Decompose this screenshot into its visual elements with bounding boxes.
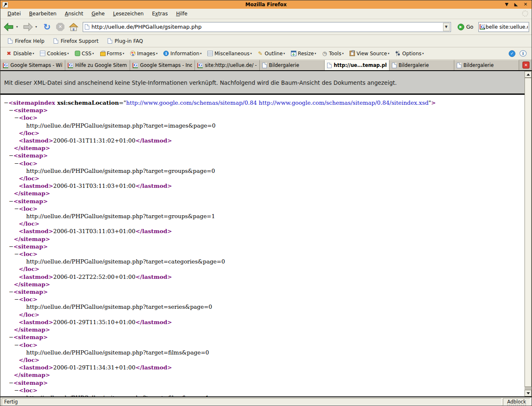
info-bubble-icon[interactable] <box>520 50 527 57</box>
webdev-tools-menu[interactable]: Tools▾ <box>320 49 346 58</box>
navigation-toolbar: ▾ ▾ ↻ ✕ ▼ ▶ Go ▾ <box>0 19 532 35</box>
images-icon <box>130 51 135 56</box>
tab-5[interactable]: Bildergalerie <box>260 60 325 70</box>
webdev-resize-menu[interactable]: Resize▾ <box>288 49 319 58</box>
collapse-toggle[interactable]: − <box>9 334 13 340</box>
stop-button[interactable]: ✕ <box>54 21 66 33</box>
xml-line: http://uellue.de/PHPGallue/gsitemap.php?… <box>0 303 525 310</box>
xml-tag: <loc> <box>19 251 37 257</box>
maximize-button[interactable]: ◣ <box>514 1 517 8</box>
bookmark-firefox-help[interactable]: Firefox Help <box>5 37 48 45</box>
collapse-toggle[interactable]: − <box>14 205 19 212</box>
webdev-information-menu[interactable]: Information▾ <box>161 49 204 58</box>
collapse-toggle[interactable]: − <box>9 243 13 250</box>
menu-lesezeichen[interactable]: Lesezeichen <box>109 10 148 18</box>
shade-button[interactable]: ▼ <box>505 1 508 8</box>
bookmark-firefox-support[interactable]: Firefox Support <box>50 37 102 45</box>
tab-6[interactable]: http://ue...temap.php <box>325 60 389 70</box>
menu-hilfe[interactable]: Hilfe <box>172 10 191 18</box>
go-button[interactable]: ▶ Go <box>454 24 477 30</box>
xml-tag: </sitemap> <box>14 190 50 197</box>
tab-3[interactable]: Google Sitemaps - Inde... <box>130 60 195 70</box>
collapse-toggle[interactable]: − <box>9 107 13 113</box>
collapse-toggle[interactable]: − <box>9 379 13 386</box>
tab-7[interactable]: Bildergalerie <box>389 60 454 70</box>
webdev-miscellaneous-menu[interactable]: Miscellaneous▾ <box>205 49 254 58</box>
collapse-toggle[interactable]: − <box>14 342 19 348</box>
close-button[interactable]: ✕ <box>524 1 527 8</box>
xml-loc-value: http://uellue.de/PHPGallue/gsitemap.php?… <box>26 349 209 356</box>
collapse-toggle[interactable]: − <box>14 160 19 167</box>
back-button[interactable] <box>3 21 15 33</box>
chevron-down-icon: ▾ <box>422 52 424 55</box>
xml-line: <lastmod>2006-01-22T22:52:00+01:00</last… <box>0 273 525 281</box>
webdev-options-menu[interactable]: Options▾ <box>393 49 426 58</box>
bookmark-plug-in-faq[interactable]: Plug-in FAQ <box>104 37 146 45</box>
collapse-toggle[interactable]: − <box>4 99 8 106</box>
webdev-label: Outline <box>265 51 283 57</box>
collapse-toggle[interactable]: − <box>14 296 19 303</box>
cookies-icon <box>40 51 45 56</box>
scrollbar-thumb[interactable] <box>525 78 532 387</box>
search-engine-dropdown[interactable]: ▾ <box>484 27 485 30</box>
url-bar[interactable]: ▼ <box>83 22 451 32</box>
webdev-disable-menu[interactable]: Disable▾ <box>4 49 37 58</box>
chevron-down-icon: ▾ <box>250 52 252 55</box>
webdev-view-source-menu[interactable]: View Source▾ <box>347 49 392 58</box>
tab-8[interactable]: Bildergalerie <box>454 60 519 70</box>
search-input[interactable] <box>486 24 528 30</box>
forward-icon <box>23 22 33 32</box>
webdev-images-menu[interactable]: Images▾ <box>128 49 160 58</box>
home-button[interactable] <box>68 21 79 33</box>
menu-bearbeiten[interactable]: Bearbeiten <box>25 10 60 18</box>
xml-tag: <loc> <box>19 114 37 121</box>
adblock-button[interactable]: Adblock <box>503 398 530 406</box>
xml-line: −<sitemap> <box>0 333 525 341</box>
scroll-up-button[interactable] <box>525 71 532 78</box>
webdev-label: Forms <box>107 51 122 57</box>
page-favicon <box>457 63 461 68</box>
vertical-scrollbar[interactable] <box>525 71 532 396</box>
xml-tag: <lastmod> <box>19 364 53 371</box>
validation-check-icon[interactable] <box>509 50 515 57</box>
xml-line: <lastmod>2006-01-29T11:35:10+01:00</last… <box>0 318 525 326</box>
tools-icon <box>322 51 328 56</box>
collapse-toggle[interactable]: − <box>14 387 19 394</box>
menu-gehe[interactable]: Gehe <box>88 10 108 18</box>
menu-datei[interactable]: Datei <box>4 10 25 18</box>
collapse-toggle[interactable]: − <box>14 251 19 257</box>
webdev-cookies-menu[interactable]: Cookies▾ <box>37 49 71 58</box>
xml-line: </loc> <box>0 175 525 182</box>
webdev-label: Tools <box>329 51 342 57</box>
menu-extras[interactable]: Extras <box>148 10 172 18</box>
forward-history-dropdown[interactable]: ▾ <box>35 25 39 29</box>
webdev-css-menu[interactable]: CSS▾ <box>72 49 96 58</box>
collapse-toggle[interactable]: − <box>9 288 13 295</box>
back-history-dropdown[interactable]: ▾ <box>16 25 20 29</box>
xml-tag: </sitemap> <box>14 145 50 151</box>
collapse-toggle[interactable]: − <box>9 198 13 204</box>
xml-text: =" <box>119 99 126 106</box>
search-bar[interactable]: ▾ <box>478 22 529 32</box>
reload-button[interactable]: ↻ <box>41 21 53 33</box>
xml-tag: <sitemap> <box>13 152 48 159</box>
tab-close-button[interactable]: ✕ <box>522 62 530 69</box>
xml-loc-value: http://uellue.de/PHPGallue/gsitemap.php?… <box>26 258 225 265</box>
title-bar: Mozilla Firefox ▼ ◣ ✕ <box>0 0 532 9</box>
url-dropdown-button[interactable]: ▼ <box>443 23 450 31</box>
xml-lastmod-value: 2006-01-31T03:11:03+01:00 <box>53 228 135 234</box>
menu-ansicht[interactable]: Ansicht <box>61 10 87 18</box>
scroll-down-button[interactable] <box>525 390 532 396</box>
webdev-forms-menu[interactable]: Forms▾ <box>97 49 127 58</box>
url-input[interactable] <box>89 24 443 30</box>
xml-tag: </loc> <box>19 130 39 136</box>
forward-button[interactable] <box>22 21 34 33</box>
collapse-toggle[interactable]: − <box>14 114 19 121</box>
collapse-toggle[interactable]: − <box>9 152 13 159</box>
tab-4[interactable]: site:http://uellue.de/ - Go... <box>195 60 260 70</box>
webdev-outline-menu[interactable]: Outline▾ <box>255 49 288 58</box>
xml-tag: <lastmod> <box>19 228 53 234</box>
tab-2[interactable]: Hilfe zu Google Sitemap... <box>65 60 130 70</box>
tab-1[interactable]: Google Sitemaps - Willko... <box>0 60 65 70</box>
xml-tag: <loc> <box>19 342 37 348</box>
